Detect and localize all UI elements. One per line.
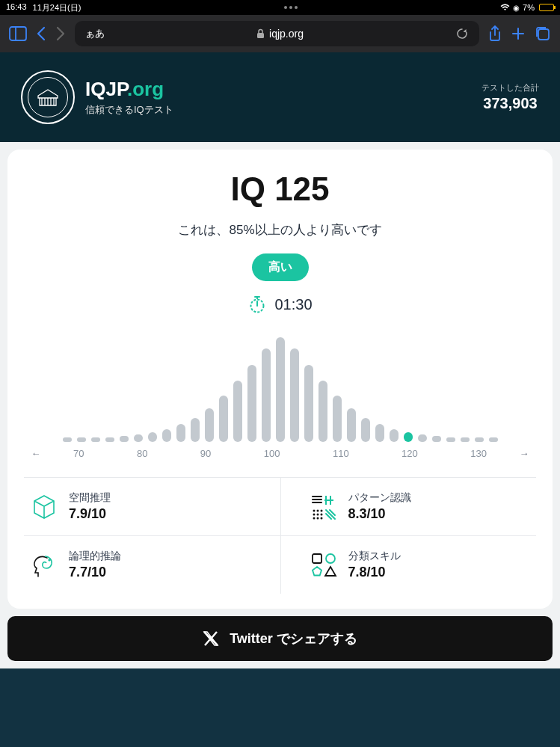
stats-label: テストした合計 — [481, 82, 539, 93]
skill-classification: 分類スキル 7.8/10 — [280, 536, 537, 594]
chart-bar — [418, 434, 427, 442]
chart-bar — [148, 432, 157, 442]
multitask-indicator — [284, 6, 298, 9]
total-tests-stat: テストした合計 373,903 — [481, 82, 539, 112]
twitter-share-button[interactable]: Twitter でシェアする — [7, 616, 553, 661]
chart-bar — [134, 434, 143, 442]
iq-percentile-text: これは、85%以上の人より高いです — [24, 221, 536, 239]
browser-toolbar: ぁあ iqjp.org — [0, 15, 560, 52]
chart-bar — [446, 437, 455, 442]
shapes-icon — [310, 551, 338, 580]
skill-label: 空間推理 — [69, 491, 111, 505]
chart-bar — [162, 429, 171, 442]
skills-grid: 空間推理 7.9/10 パターン認識 8.3/10 — [24, 477, 536, 594]
chart-bar — [361, 418, 370, 442]
skill-pattern: パターン認識 8.3/10 — [280, 478, 537, 536]
chart-bar — [176, 424, 185, 442]
completion-time: 01:30 — [274, 296, 312, 313]
share-label: Twitter でシェアする — [230, 630, 357, 648]
do-not-disturb-icon: ◉ — [513, 4, 520, 12]
axis-tick: 130 — [470, 448, 487, 459]
svg-point-17 — [316, 517, 319, 519]
skill-score: 8.3/10 — [348, 506, 411, 522]
svg-point-13 — [313, 513, 315, 515]
skill-label: 論理的推論 — [69, 550, 121, 563]
svg-point-11 — [316, 509, 319, 511]
chart-bar — [333, 396, 342, 442]
svg-point-18 — [320, 517, 322, 519]
back-button[interactable] — [36, 26, 46, 41]
chart-bar — [191, 418, 200, 442]
axis-tick: 90 — [200, 448, 211, 459]
chart-bar — [120, 436, 129, 442]
svg-rect-19 — [313, 554, 321, 563]
chart-bar — [105, 437, 114, 442]
chart-bar — [390, 429, 399, 442]
axis-tick: 100 — [264, 448, 280, 459]
svg-point-20 — [326, 554, 335, 563]
brand-name: IQJP — [85, 78, 127, 100]
chart-bar — [489, 437, 498, 442]
status-date: 11月24日(日) — [33, 2, 81, 13]
svg-rect-5 — [538, 29, 549, 40]
skill-spatial: 空間推理 7.9/10 — [24, 478, 280, 536]
stopwatch-icon — [247, 295, 267, 314]
chart-bar — [461, 437, 470, 442]
device-status-bar: 16:43 11月24日(日) ◉ 7% — [0, 0, 560, 15]
iq-distribution-chart: ← 708090100110120130 → — [24, 333, 536, 459]
skill-score: 7.7/10 — [69, 565, 121, 580]
reload-button[interactable] — [455, 27, 469, 40]
new-tab-button[interactable] — [511, 26, 526, 41]
chart-bar — [475, 437, 484, 442]
chart-bar — [77, 437, 86, 442]
axis-arrow-left: ← — [28, 448, 43, 459]
svg-rect-2 — [257, 33, 264, 38]
site-header: IQJP.org 信頼できるIQテスト テストした合計 373,903 — [0, 52, 560, 142]
brain-head-icon — [30, 551, 58, 580]
skill-label: パターン認識 — [348, 491, 411, 505]
chart-bar — [304, 365, 313, 442]
skill-score: 7.9/10 — [69, 506, 111, 522]
lock-icon — [256, 28, 265, 39]
iq-score-title: IQ 125 — [24, 170, 536, 208]
forward-button[interactable] — [55, 26, 66, 41]
svg-point-14 — [316, 513, 319, 515]
chart-bar — [432, 436, 441, 442]
cube-icon — [30, 493, 58, 521]
chart-bar — [233, 381, 242, 442]
tabs-button[interactable] — [535, 25, 551, 42]
stats-value: 373,903 — [481, 95, 539, 112]
result-card: IQ 125 これは、85%以上の人より高いです 高い 01:30 ← 7080… — [7, 150, 553, 609]
wifi-icon — [500, 4, 510, 11]
pattern-icon — [310, 493, 338, 521]
chart-bar — [276, 337, 285, 442]
svg-point-15 — [320, 513, 322, 515]
skill-label: 分類スキル — [348, 550, 401, 563]
chart-bar — [247, 365, 256, 442]
axis-arrow-right: → — [517, 448, 532, 459]
status-time: 16:43 — [6, 2, 27, 13]
chart-bar — [91, 437, 100, 442]
sidebar-toggle-button[interactable] — [9, 26, 27, 41]
axis-tick: 110 — [333, 448, 349, 459]
share-button[interactable] — [488, 25, 502, 42]
reader-mode-button[interactable]: ぁあ — [85, 27, 105, 40]
chart-bar — [404, 432, 413, 442]
skill-logic: 論理的推論 7.7/10 — [24, 536, 280, 594]
axis-tick: 70 — [73, 448, 84, 459]
chart-bar — [375, 424, 384, 442]
chart-bar — [290, 348, 299, 442]
rating-badge: 高い — [252, 253, 309, 281]
svg-point-12 — [320, 509, 322, 511]
chart-bar — [347, 408, 356, 442]
logo-badge-icon — [21, 70, 75, 124]
chart-bar — [219, 396, 228, 442]
svg-point-16 — [313, 517, 315, 519]
chart-bar — [262, 348, 271, 442]
brand-ext: .org — [127, 78, 164, 100]
svg-rect-0 — [10, 27, 26, 40]
address-bar[interactable]: ぁあ iqjp.org — [75, 21, 479, 46]
site-logo[interactable]: IQJP.org 信頼できるIQテスト — [21, 70, 173, 124]
battery-percent: 7% — [523, 3, 535, 12]
chart-bar — [63, 437, 72, 442]
